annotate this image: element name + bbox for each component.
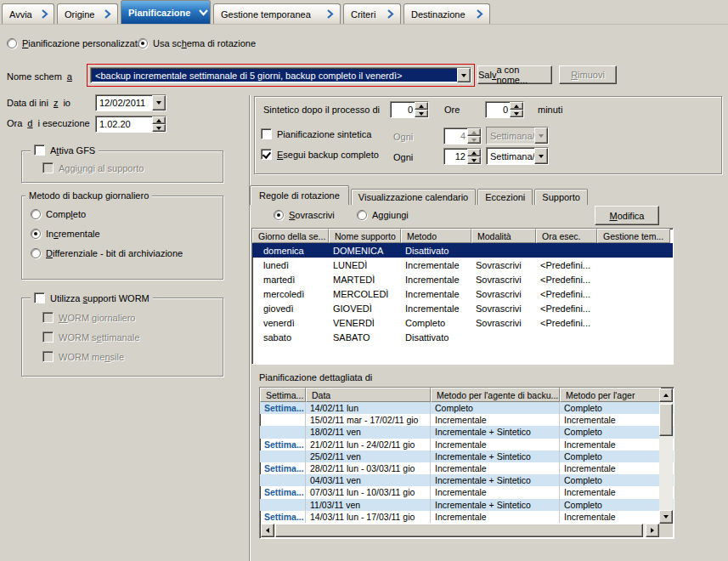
cell: 04/03/11 ven xyxy=(306,474,431,486)
method-incrementale-radio[interactable]: Incrementale xyxy=(31,229,100,239)
scroll-right-icon[interactable] xyxy=(646,524,659,537)
daily-method-title: Metodo di backup giornaliero xyxy=(25,190,152,201)
start-date-select[interactable]: 12/02/2011 xyxy=(95,94,166,111)
cell: Incrementale + Sintetico xyxy=(431,474,560,486)
spinner-buttons[interactable] xyxy=(510,102,523,117)
tab-regole-di-rotazione[interactable]: Regole di rotazione xyxy=(250,185,349,205)
method-differenziale-radio[interactable]: Differenziale - bit di archiviazione xyxy=(31,248,183,258)
tab-visualizzazione-calendario[interactable]: Visualizzazione calendario xyxy=(351,189,476,205)
worm-checkbox[interactable]: Utilizza supporti WORM xyxy=(31,292,153,303)
rotation-row[interactable]: martedìMARTEDÌIncrementaleSovrascrivi<Pr… xyxy=(252,272,673,286)
synthetic-every-spinner: 4 xyxy=(443,128,482,144)
schedule-row[interactable]: 25/02/11 venIncrementale + SinteticoComp… xyxy=(260,450,674,462)
cell: Incrementale xyxy=(401,260,471,270)
scheme-select[interactable]: <backup incrementale settimanale di 5 gi… xyxy=(90,67,471,83)
cell: 14/03/11 lun - 17/03/11 gio xyxy=(306,511,431,523)
column-header-settimana[interactable]: Settima... xyxy=(260,388,306,402)
rotation-row[interactable]: mercoledìMERCOLEDÌIncrementaleSovrascriv… xyxy=(252,286,673,301)
spinner-up-icon xyxy=(467,128,481,136)
rotation-row[interactable]: venerdìVENERDÌCompletoSovrascrivi<Predef… xyxy=(252,315,673,330)
scroll-down-icon[interactable] xyxy=(659,510,673,524)
column-header-nome-supporto[interactable]: Nome supporto xyxy=(329,229,401,243)
rotation-table-header: Giorno della se... Nome supporto Metodo … xyxy=(252,229,673,243)
tab-destinazione[interactable]: Destinazione xyxy=(404,3,490,24)
cell: lunedì xyxy=(252,260,329,270)
append-label: Aggiungi xyxy=(372,210,409,220)
full-every-value: 12 xyxy=(444,149,467,164)
cell: Incrementale xyxy=(431,511,560,523)
horizontal-scrollbar[interactable] xyxy=(261,524,659,537)
spinner-buttons[interactable] xyxy=(467,149,481,164)
cell: Settima... xyxy=(260,511,306,523)
spinner-up-icon[interactable] xyxy=(152,116,166,124)
tab-gestione-temporanea[interactable]: Gestione temporanea xyxy=(213,3,341,24)
cell xyxy=(260,450,306,462)
tab-avvia[interactable]: Avvia xyxy=(2,3,54,24)
rotation-row[interactable]: sabatoSABATODisattivato xyxy=(252,330,673,344)
scrollbar-thumb[interactable] xyxy=(659,404,673,436)
dropdown-arrow-icon[interactable] xyxy=(534,148,548,164)
schedule-row[interactable]: Settima...14/03/11 lun - 17/03/11 gioInc… xyxy=(260,511,674,523)
spinner-up-icon[interactable] xyxy=(467,149,481,156)
tab-label: Gestione temporanea xyxy=(221,9,311,20)
save-as-button[interactable]: Salva con nome... xyxy=(477,65,552,84)
method-completo-radio[interactable]: Completo xyxy=(31,209,86,219)
schedule-row[interactable]: Settima...14/02/11 lunCompletoCompleto xyxy=(260,402,674,414)
tab-eccezioni[interactable]: Eccezioni xyxy=(477,189,533,205)
synthetic-hours-spinner[interactable]: 0 xyxy=(390,101,429,118)
spinner-up-icon[interactable] xyxy=(510,102,523,110)
spinner-down-icon[interactable] xyxy=(415,110,428,117)
tab-origine[interactable]: Origine xyxy=(57,3,118,24)
scroll-left-icon[interactable] xyxy=(261,524,274,537)
scrollbar-thumb[interactable] xyxy=(275,524,643,537)
dropdown-arrow-icon[interactable] xyxy=(152,95,166,110)
rotation-row[interactable]: giovedìGIOVEDÌIncrementaleSovrascrivi<Pr… xyxy=(252,301,673,315)
rotation-scheme-radio[interactable]: Usa schema di rotazione xyxy=(138,38,256,48)
full-backup-checkbox[interactable]: Esegui backup completo xyxy=(261,149,379,160)
synthetic-schedule-checkbox[interactable]: Pianificazione sintetica xyxy=(261,128,371,139)
radio-icon xyxy=(31,248,41,258)
column-header-giorno[interactable]: Giorno della se... xyxy=(252,229,329,243)
overwrite-radio[interactable]: Sovrascrivi xyxy=(274,210,335,220)
append-radio[interactable]: Aggiungi xyxy=(357,210,409,220)
full-unit-select[interactable]: Settimana/ xyxy=(486,147,549,165)
spinner-buttons[interactable] xyxy=(415,102,428,117)
schedule-row[interactable]: Settima...28/02/11 lun - 03/03/11 gioInc… xyxy=(260,462,674,474)
rotation-row[interactable]: domenicaDOMENICADisattivato xyxy=(252,243,673,258)
column-header-metodo-ager[interactable]: Metodo per l'ager xyxy=(560,388,661,402)
tab-supporto[interactable]: Supporto xyxy=(534,189,588,205)
schedule-row[interactable]: Settima...21/02/11 lun - 24/02/11 gioInc… xyxy=(260,439,674,450)
time-spinner-buttons[interactable] xyxy=(152,116,166,132)
spinner-up-icon[interactable] xyxy=(415,102,428,110)
cell: Incrementale xyxy=(560,414,661,426)
column-header-metodo[interactable]: Metodo xyxy=(401,229,471,243)
custom-plan-radio[interactable]: Pianificazione personalizzata xyxy=(7,38,143,48)
spinner-down-icon[interactable] xyxy=(510,110,523,117)
schedule-row[interactable]: Settima...07/03/11 lun - 10/03/11 gioInc… xyxy=(260,486,674,498)
vertical-scrollbar[interactable] xyxy=(659,388,673,524)
cell: 28/02/11 lun - 03/03/11 gio xyxy=(306,462,431,474)
rotation-row[interactable]: lunedìLUNEDÌIncrementaleSovrascrivi<Pred… xyxy=(252,258,673,272)
spinner-down-icon[interactable] xyxy=(152,124,166,132)
schedule-row[interactable]: 04/03/11 venIncrementale + SinteticoComp… xyxy=(260,474,674,486)
column-header-metodo-agente[interactable]: Metodo per l'agente di backu... xyxy=(431,388,560,402)
synthetic-minutes-spinner[interactable]: 0 xyxy=(485,101,524,118)
dropdown-arrow-icon[interactable] xyxy=(457,68,471,82)
column-header-gestione[interactable]: Gestione tem... xyxy=(597,229,670,243)
run-time-spinner[interactable]: 1.02.20 xyxy=(95,116,166,133)
scroll-up-icon[interactable] xyxy=(659,388,673,402)
tab-pianificazione[interactable]: Pianificazione xyxy=(121,0,211,24)
spinner-down-icon[interactable] xyxy=(467,156,481,164)
full-every-spinner[interactable]: 12 xyxy=(443,148,482,165)
column-header-ora-esec[interactable]: Ora esec. xyxy=(536,229,597,243)
edit-button[interactable]: Modifica xyxy=(595,206,659,225)
synthetic-schedule-label: Pianificazione sintetica xyxy=(277,129,371,139)
schedule-row[interactable]: 11/03/11 venIncrementale + SinteticoComp… xyxy=(260,499,674,511)
schedule-row[interactable]: 15/02/11 mar - 17/02/11 gioIncrementaleI… xyxy=(260,414,674,426)
schedule-row[interactable]: 18/02/11 venIncrementale + SinteticoComp… xyxy=(260,426,674,438)
column-header-data[interactable]: Data xyxy=(306,388,431,402)
spinner-buttons xyxy=(467,128,481,144)
tab-criteri[interactable]: Criteri xyxy=(343,3,401,24)
gfs-checkbox[interactable]: Attiva GFS xyxy=(31,144,99,156)
column-header-modalita[interactable]: Modalità xyxy=(471,229,536,243)
